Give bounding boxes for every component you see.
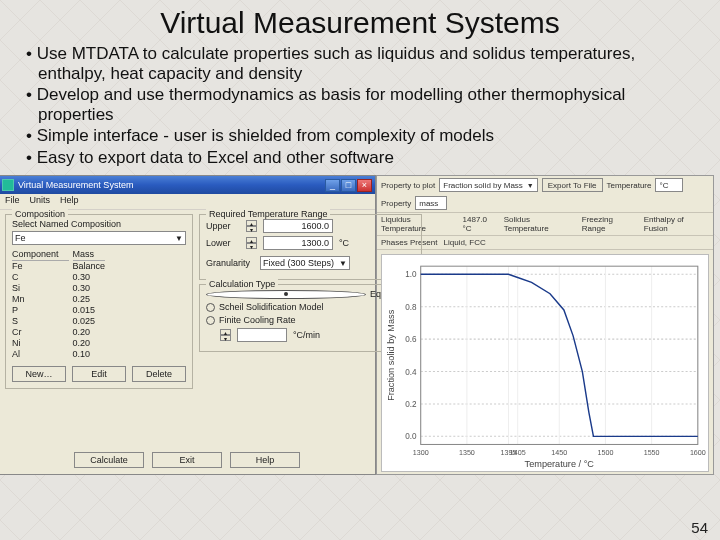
- menu-file[interactable]: File: [5, 195, 20, 208]
- cooling-rate-field[interactable]: [237, 328, 287, 342]
- svg-text:1.0: 1.0: [405, 271, 417, 280]
- menu-bar: File Units Help: [0, 194, 375, 210]
- maximize-button[interactable]: □: [341, 179, 356, 192]
- chart-toolbar: Property to plot Fraction solid by Mass▼…: [377, 176, 713, 213]
- table-cell: P: [12, 305, 69, 316]
- window-title: Virtual Measurement System: [18, 180, 133, 190]
- enthalpy-label: Enthalpy of Fusion: [644, 215, 709, 233]
- col-header: Mass: [73, 249, 106, 261]
- gran-label: Granularity: [206, 258, 250, 268]
- export-button[interactable]: Export To File: [542, 178, 603, 192]
- svg-text:1350: 1350: [459, 449, 475, 457]
- svg-text:0.8: 0.8: [405, 303, 417, 312]
- table-cell: 0.25: [73, 294, 106, 305]
- table-cell: Al: [12, 349, 69, 360]
- radio-icon: [206, 316, 215, 325]
- svg-text:Fraction solid by Mass: Fraction solid by Mass: [386, 310, 396, 402]
- unit-label: °C: [339, 238, 349, 248]
- bullet-item: Use MTDATA to calculate properties such …: [26, 44, 702, 83]
- chevron-down-icon: ▼: [339, 259, 347, 268]
- freezing-label: Freezing Range: [582, 215, 638, 233]
- svg-text:0.6: 0.6: [405, 335, 417, 344]
- bullet-item: Easy to export data to Excel and other s…: [26, 148, 702, 168]
- chevron-down-icon: ▼: [527, 182, 534, 189]
- menu-help[interactable]: Help: [60, 195, 79, 208]
- radio-icon: [206, 290, 366, 299]
- svg-text:0.2: 0.2: [405, 400, 417, 409]
- chart-plot: 0.00.20.40.60.81.01300135013951405145015…: [381, 254, 709, 472]
- table-cell: C: [12, 272, 69, 283]
- phases-value: Liquid, FCC: [443, 238, 485, 247]
- spinner-icon[interactable]: ▴▾: [220, 329, 231, 341]
- chart-svg: 0.00.20.40.60.81.01300135013951405145015…: [382, 255, 708, 471]
- table-cell: 0.30: [73, 283, 106, 294]
- table-cell: Ni: [12, 338, 69, 349]
- spinner-icon[interactable]: ▴▾: [246, 237, 257, 249]
- svg-text:1500: 1500: [598, 449, 614, 457]
- col-header: Component: [12, 249, 69, 261]
- group-label: Required Temperature Range: [206, 209, 330, 219]
- close-button[interactable]: ×: [357, 179, 372, 192]
- radio-icon: [206, 303, 215, 312]
- composition-group: Composition Select Named Composition Fe …: [5, 214, 193, 389]
- table-cell: 0.025: [73, 316, 106, 327]
- composition-table: Component Fe C Si Mn P S Cr Ni Al: [12, 249, 105, 360]
- help-button[interactable]: Help: [230, 452, 300, 468]
- svg-text:1450: 1450: [551, 449, 567, 457]
- menu-units[interactable]: Units: [30, 195, 51, 208]
- liquidus-value: 1487.0 °C: [463, 215, 498, 233]
- unit-label: °C/min: [293, 330, 320, 340]
- table-cell: S: [12, 316, 69, 327]
- table-cell: Mn: [12, 294, 69, 305]
- chevron-down-icon: ▼: [175, 234, 183, 243]
- chart-info-row: Liquidus Temperature 1487.0 °C Solidus T…: [377, 213, 713, 236]
- temp-label: Temperature: [607, 181, 652, 190]
- property-select[interactable]: Fraction solid by Mass▼: [439, 178, 538, 192]
- upper-label: Upper: [206, 221, 240, 231]
- group-label: Composition: [12, 209, 68, 219]
- vms-window: Virtual Measurement System _ □ × File Un…: [0, 175, 376, 475]
- prop-unit-field[interactable]: mass: [415, 196, 447, 210]
- table-cell: 0.10: [73, 349, 106, 360]
- table-cell: 0.30: [73, 272, 106, 283]
- lower-label: Lower: [206, 238, 240, 248]
- temp-unit-field[interactable]: °C: [655, 178, 683, 192]
- table-cell: Fe: [12, 261, 69, 272]
- page-number: 54: [691, 519, 708, 536]
- bullet-item: Simple interface - user is shielded from…: [26, 126, 702, 146]
- delete-button[interactable]: Delete: [132, 366, 186, 382]
- table-cell: 0.015: [73, 305, 106, 316]
- app-icon: [2, 179, 14, 191]
- svg-text:0.4: 0.4: [405, 368, 417, 377]
- minimize-button[interactable]: _: [325, 179, 340, 192]
- slide-title: Virtual Measurement Systems: [0, 6, 720, 40]
- edit-button[interactable]: Edit: [72, 366, 126, 382]
- spinner-icon[interactable]: ▴▾: [246, 220, 257, 232]
- upper-field[interactable]: 1600.0: [263, 219, 333, 233]
- chart-info-row-2: Phases Present Liquid, FCC: [377, 236, 713, 250]
- composition-select[interactable]: Fe ▼: [12, 231, 186, 245]
- vms-titlebar[interactable]: Virtual Measurement System _ □ ×: [0, 176, 375, 194]
- svg-text:1405: 1405: [510, 449, 526, 457]
- solidus-label: Solidus Temperature: [504, 215, 576, 233]
- property-label: Property to plot: [381, 181, 435, 190]
- table-cell: Cr: [12, 327, 69, 338]
- table-cell: Si: [12, 283, 69, 294]
- prop2-label: Property: [381, 199, 411, 208]
- lower-field[interactable]: 1300.0: [263, 236, 333, 250]
- svg-text:Temperature / °C: Temperature / °C: [525, 459, 595, 469]
- select-value: Fe: [15, 233, 26, 243]
- table-cell: 0.20: [73, 327, 106, 338]
- exit-button[interactable]: Exit: [152, 452, 222, 468]
- granularity-select[interactable]: Fixed (300 Steps) ▼: [260, 256, 350, 270]
- bullet-list: Use MTDATA to calculate properties such …: [26, 44, 702, 167]
- table-cell: Balance: [73, 261, 106, 272]
- chart-window: Property to plot Fraction solid by Mass▼…: [376, 175, 714, 475]
- new-button[interactable]: New…: [12, 366, 66, 382]
- table-cell: 0.20: [73, 338, 106, 349]
- bullet-item: Develop and use thermodynamics as basis …: [26, 85, 702, 124]
- select-value: Fixed (300 Steps): [263, 258, 334, 268]
- svg-text:1300: 1300: [413, 449, 429, 457]
- calculate-button[interactable]: Calculate: [74, 452, 144, 468]
- svg-text:0.0: 0.0: [405, 433, 417, 442]
